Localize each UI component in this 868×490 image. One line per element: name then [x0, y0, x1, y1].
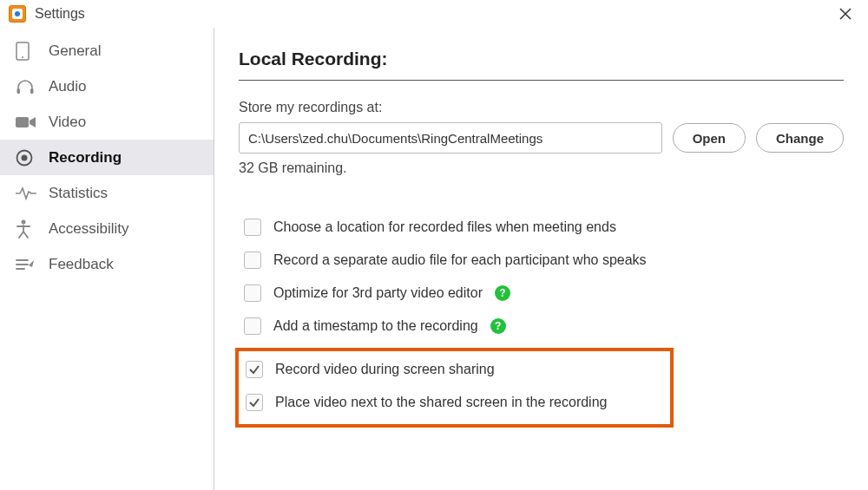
open-button[interactable]: Open [673, 123, 746, 153]
highlight-box: Record video during screen sharing Place… [235, 348, 674, 428]
activity-icon [16, 186, 40, 200]
sidebar-item-video[interactable]: Video [0, 104, 214, 140]
sidebar-item-statistics[interactable]: Statistics [0, 175, 214, 211]
checkbox-place-video-next[interactable] [246, 394, 263, 411]
feedback-icon [16, 257, 40, 272]
option-place-video-next: Place video next to the shared screen in… [240, 386, 668, 419]
tablet-icon [16, 42, 40, 61]
sidebar-item-label: Statistics [49, 185, 108, 202]
close-button[interactable] [832, 2, 859, 26]
checkbox-choose-location[interactable] [244, 219, 261, 236]
sidebar-item-accessibility[interactable]: Accessibility [0, 211, 214, 246]
sidebar-item-label: Accessibility [49, 220, 129, 238]
svg-point-2 [22, 56, 23, 58]
change-button[interactable]: Change [756, 123, 844, 153]
option-label: Record a separate audio file for each pa… [273, 252, 647, 268]
help-icon[interactable]: ? [495, 285, 510, 301]
sidebar-item-label: Video [49, 114, 86, 131]
window-body: General Audio Video Recording [0, 28, 868, 490]
svg-rect-4 [30, 88, 34, 94]
titlebar: Settings [0, 0, 868, 28]
sidebar: General Audio Video Recording [0, 28, 214, 490]
path-row: Open Change [239, 122, 844, 154]
option-label: Optimize for 3rd party video editor [273, 285, 483, 301]
sidebar-item-audio[interactable]: Audio [0, 69, 214, 104]
option-choose-location: Choose a location for recorded files whe… [239, 211, 844, 244]
app-icon [9, 5, 26, 23]
option-label: Add a timestamp to the recording [273, 318, 478, 334]
option-add-timestamp: Add a timestamp to the recording ? [239, 310, 844, 343]
sidebar-item-recording[interactable]: Recording [0, 140, 214, 175]
recording-path-input[interactable] [239, 122, 662, 154]
svg-point-8 [22, 219, 26, 224]
sidebar-item-label: Recording [49, 149, 122, 167]
option-label: Record video during screen sharing [275, 362, 495, 377]
checkbox-record-video-screenshare[interactable] [246, 361, 263, 378]
video-camera-icon [16, 115, 40, 129]
option-optimize-3rd-party: Optimize for 3rd party video editor ? [239, 277, 844, 310]
accessibility-icon [16, 219, 40, 238]
options-list: Choose a location for recorded files whe… [239, 211, 844, 428]
sidebar-item-label: General [49, 42, 101, 60]
help-icon[interactable]: ? [490, 318, 506, 334]
svg-point-0 [15, 11, 20, 16]
sidebar-item-feedback[interactable]: Feedback [0, 246, 214, 282]
store-label: Store my recordings at: [239, 100, 844, 115]
section-title: Local Recording: [239, 49, 844, 81]
option-label: Choose a location for recorded files whe… [273, 219, 616, 235]
sidebar-item-general[interactable]: General [0, 33, 214, 69]
svg-point-7 [22, 154, 28, 160]
settings-window: Settings General Audio [0, 0, 868, 490]
svg-rect-3 [17, 88, 21, 94]
disk-remaining: 32 GB remaining. [239, 160, 844, 176]
option-label: Place video next to the shared screen in… [275, 395, 607, 410]
checkbox-optimize-3rd-party[interactable] [244, 284, 261, 302]
sidebar-item-label: Feedback [49, 256, 114, 273]
window-title: Settings [35, 6, 85, 22]
checkbox-add-timestamp[interactable] [244, 317, 261, 335]
svg-rect-5 [16, 117, 29, 127]
sidebar-item-label: Audio [49, 78, 86, 95]
headphones-icon [16, 78, 40, 95]
checkbox-separate-audio[interactable] [244, 252, 261, 269]
record-icon [16, 149, 40, 167]
main-panel: Local Recording: Store my recordings at:… [214, 28, 868, 490]
option-separate-audio: Record a separate audio file for each pa… [239, 244, 844, 277]
option-record-video-screenshare: Record video during screen sharing [240, 353, 668, 386]
